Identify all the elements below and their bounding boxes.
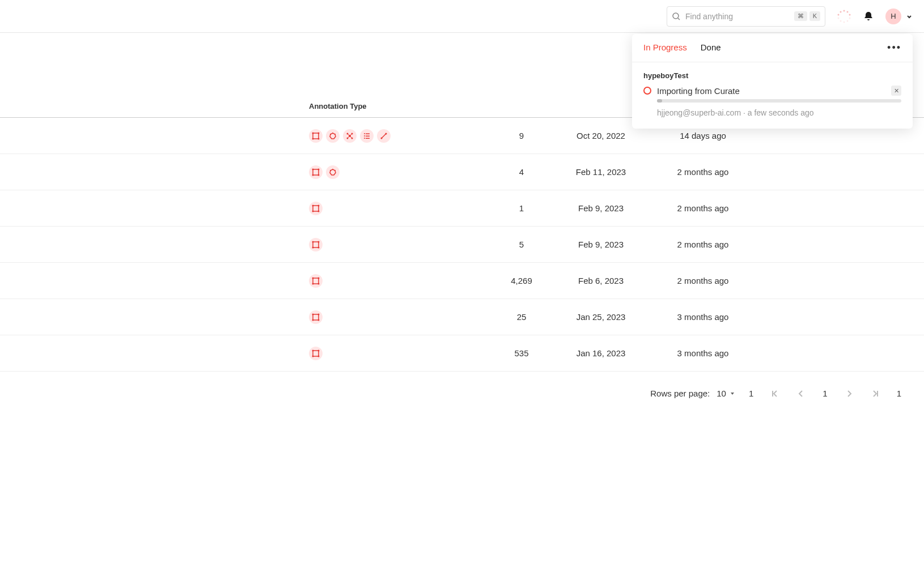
count-cell: 4,269: [493, 276, 550, 285]
box-annotation-icon: [309, 238, 323, 251]
svg-point-43: [312, 210, 314, 212]
date-cell: Oct 20, 2022: [550, 131, 652, 140]
first-page-icon[interactable]: [770, 389, 779, 398]
dropdown-icon: [730, 391, 735, 396]
table-row[interactable]: 4,269 Feb 6, 2023 2 months ago: [0, 263, 924, 299]
annotation-icons: [0, 129, 493, 143]
user-menu[interactable]: H: [885, 8, 913, 24]
date-cell: Jan 16, 2023: [550, 348, 652, 358]
svg-point-58: [312, 319, 314, 321]
svg-point-61: [312, 349, 314, 351]
svg-point-28: [364, 138, 365, 139]
svg-point-8: [838, 17, 840, 19]
notif-tabs: In Progress Done •••: [632, 34, 913, 62]
svg-point-63: [312, 355, 314, 357]
annotation-icons: [0, 310, 493, 324]
svg-point-42: [318, 204, 320, 206]
notif-sep: ·: [741, 108, 748, 117]
date-cell: Feb 11, 2023: [550, 167, 652, 177]
svg-point-12: [312, 132, 314, 134]
svg-rect-25: [366, 133, 370, 134]
close-icon[interactable]: ✕: [891, 86, 901, 96]
svg-rect-50: [313, 278, 319, 284]
svg-point-0: [673, 13, 679, 19]
svg-point-18: [334, 134, 336, 135]
search-box[interactable]: ⌘ K: [667, 6, 825, 27]
svg-point-7: [840, 20, 842, 22]
svg-point-6: [844, 21, 845, 23]
svg-point-15: [318, 138, 320, 139]
tab-in-progress[interactable]: In Progress: [643, 42, 687, 53]
count-cell: 535: [493, 348, 550, 358]
tab-done[interactable]: Done: [701, 42, 721, 53]
header-annotation-type: Annotation Type: [0, 102, 397, 110]
bell-icon[interactable]: [863, 11, 874, 22]
notif-time: a few seconds ago: [748, 108, 814, 117]
annotation-icons: [0, 238, 493, 251]
box-annotation-icon: [309, 274, 323, 288]
kbd-cmd: ⌘: [794, 11, 807, 21]
ago-cell: 2 months ago: [652, 276, 754, 285]
count-cell: 5: [493, 240, 550, 249]
annotation-icons: [0, 347, 493, 360]
annotation-icons: [0, 165, 493, 179]
ago-cell: 2 months ago: [652, 203, 754, 213]
polygon-annotation-icon: [326, 129, 340, 143]
date-cell: Feb 9, 2023: [550, 240, 652, 249]
svg-point-30: [381, 137, 383, 139]
rows-per-page: Rows per page: 10: [650, 389, 735, 398]
svg-point-13: [318, 132, 320, 134]
last-page-icon[interactable]: [871, 389, 880, 398]
annotation-icons: [0, 202, 493, 215]
table-row[interactable]: 1 Feb 9, 2023 2 months ago: [0, 190, 924, 227]
search-icon: [672, 12, 681, 21]
table-row[interactable]: 4 Feb 11, 2023 2 months ago: [0, 154, 924, 190]
prev-page-icon[interactable]: [796, 389, 806, 398]
svg-rect-27: [366, 135, 370, 137]
ago-cell: 2 months ago: [652, 167, 754, 177]
next-page-icon[interactable]: [845, 389, 854, 398]
ago-cell: 14 days ago: [652, 131, 754, 140]
box-annotation-icon: [309, 165, 323, 179]
svg-point-1: [844, 10, 845, 11]
svg-point-39: [334, 170, 336, 171]
date-cell: Feb 9, 2023: [550, 203, 652, 213]
table-row[interactable]: 535 Jan 16, 2023 3 months ago: [0, 335, 924, 372]
svg-point-24: [364, 133, 365, 134]
table-row[interactable]: 5 Feb 9, 2023 2 months ago: [0, 227, 924, 263]
svg-point-41: [312, 204, 314, 206]
list-annotation-icon: [360, 129, 374, 143]
svg-point-54: [318, 283, 320, 284]
count-cell: 4: [493, 167, 550, 177]
annotation-icons: [0, 274, 493, 288]
rows-select[interactable]: 10: [717, 389, 735, 398]
svg-point-16: [330, 134, 331, 135]
count-cell: 1: [493, 203, 550, 213]
svg-point-34: [318, 168, 320, 170]
svg-point-17: [332, 133, 333, 134]
avatar: H: [885, 8, 901, 24]
svg-point-37: [330, 170, 331, 171]
svg-point-62: [318, 349, 320, 351]
svg-point-35: [312, 174, 314, 176]
svg-point-33: [312, 168, 314, 170]
ago-cell: 2 months ago: [652, 240, 754, 249]
box-annotation-icon: [309, 202, 323, 215]
kbd-key: K: [809, 11, 820, 21]
svg-rect-45: [313, 242, 319, 248]
count-cell: 9: [493, 131, 550, 140]
svg-point-26: [364, 135, 365, 137]
page-right-num: 1: [897, 389, 901, 398]
notif-title: Importing from Curate: [657, 86, 885, 96]
polygon-annotation-icon: [326, 165, 340, 179]
svg-point-31: [385, 133, 387, 134]
table-row[interactable]: 25 Jan 25, 2023 3 months ago: [0, 299, 924, 335]
header-icons: H: [837, 8, 913, 24]
svg-point-38: [332, 169, 333, 170]
count-cell: 25: [493, 312, 550, 322]
kbd-shortcut: ⌘ K: [794, 11, 820, 21]
header: ⌘ K H: [0, 0, 924, 33]
keypoint-annotation-icon: [343, 129, 357, 143]
search-input[interactable]: [685, 12, 790, 21]
notif-more-icon[interactable]: •••: [887, 42, 901, 54]
